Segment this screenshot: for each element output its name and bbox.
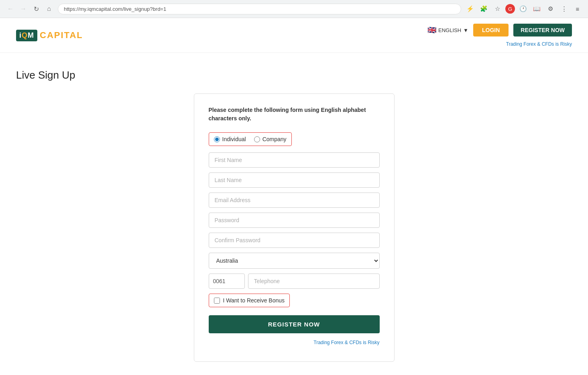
phone-code-input[interactable]: [209, 274, 245, 289]
more-icon[interactable]: ≡: [572, 3, 583, 14]
login-button[interactable]: LOGIN: [473, 24, 509, 36]
individual-radio[interactable]: [214, 136, 220, 142]
form-footer-link[interactable]: Trading Forex & CFDs is Risky: [209, 340, 380, 345]
bonus-checkbox[interactable]: [214, 298, 220, 304]
telephone-input[interactable]: [248, 274, 380, 289]
logo: iQM CAPITAL: [16, 30, 83, 41]
last-name-input[interactable]: [209, 172, 380, 188]
individual-label: Individual: [222, 136, 246, 142]
register-button[interactable]: REGISTER NOW: [209, 315, 380, 333]
page-title: Live Sign Up: [16, 69, 572, 81]
language-selector[interactable]: 🇬🇧 ENGLISH ▼: [427, 26, 468, 34]
browser-actions: ⚡ 🧩 ☆ G 🕐 📖 ⚙ ⋮ ≡: [464, 3, 583, 14]
header-right: 🇬🇧 ENGLISH ▼ LOGIN REGISTER NOW Trading …: [427, 24, 572, 47]
logo-box: iQM: [16, 30, 37, 41]
phone-row: [209, 274, 380, 289]
page-header: iQM CAPITAL 🇬🇧 ENGLISH ▼ LOGIN REGISTER …: [0, 18, 588, 53]
header-risky-link[interactable]: Trading Forex & CFDs is Risky: [506, 41, 572, 47]
home-button[interactable]: ⌂: [43, 3, 55, 14]
individual-radio-label[interactable]: Individual: [214, 136, 246, 142]
address-bar[interactable]: https://my.iqmcapital.com/live_signup?br…: [58, 4, 461, 14]
bonus-checkbox-label[interactable]: I Want to Receive Bonus: [223, 297, 285, 304]
lightning-icon[interactable]: ⚡: [464, 3, 476, 14]
history-icon[interactable]: 🕐: [517, 3, 529, 14]
form-card: Please complete the following form using…: [194, 93, 395, 362]
split-icon[interactable]: ⚙: [545, 3, 556, 14]
extensions-icon[interactable]: 🧩: [478, 3, 489, 14]
lang-label: ENGLISH: [438, 27, 461, 33]
form-instruction-bold: Please complete the following form using…: [209, 107, 366, 122]
reload-button[interactable]: ↻: [31, 3, 42, 14]
profile-icon[interactable]: G: [505, 4, 515, 14]
lang-chevron-icon: ▼: [463, 27, 468, 33]
back-button[interactable]: ←: [5, 3, 16, 14]
password-input[interactable]: [209, 213, 380, 228]
account-type-group: Individual Company: [209, 132, 292, 146]
logo-capital: CAPITAL: [40, 30, 83, 41]
register-header-button[interactable]: REGISTER NOW: [513, 24, 572, 36]
nav-buttons: ← → ↻ ⌂: [5, 3, 55, 14]
bonus-checkbox-group: I Want to Receive Bonus: [209, 294, 290, 307]
browser-chrome: ← → ↻ ⌂ https://my.iqmcapital.com/live_s…: [0, 0, 588, 18]
first-name-input[interactable]: [209, 152, 380, 168]
header-right-top: 🇬🇧 ENGLISH ▼ LOGIN REGISTER NOW: [427, 24, 572, 36]
company-radio-label[interactable]: Company: [254, 136, 287, 142]
reader-icon[interactable]: 📖: [531, 3, 542, 14]
flag-icon: 🇬🇧: [427, 26, 436, 34]
email-input[interactable]: [209, 193, 380, 208]
bookmark-icon[interactable]: ☆: [492, 3, 503, 14]
menu-icon[interactable]: ⋮: [558, 3, 570, 14]
forward-button[interactable]: →: [18, 3, 29, 14]
url-text: https://my.iqmcapital.com/live_signup?br…: [64, 6, 166, 12]
confirm-password-input[interactable]: [209, 233, 380, 248]
form-instruction: Please complete the following form using…: [209, 106, 380, 123]
page-content: Live Sign Up Please complete the followi…: [0, 53, 588, 375]
country-select[interactable]: Australia United Kingdom United States C…: [209, 253, 380, 269]
company-radio[interactable]: [254, 136, 260, 142]
company-label: Company: [262, 136, 287, 142]
